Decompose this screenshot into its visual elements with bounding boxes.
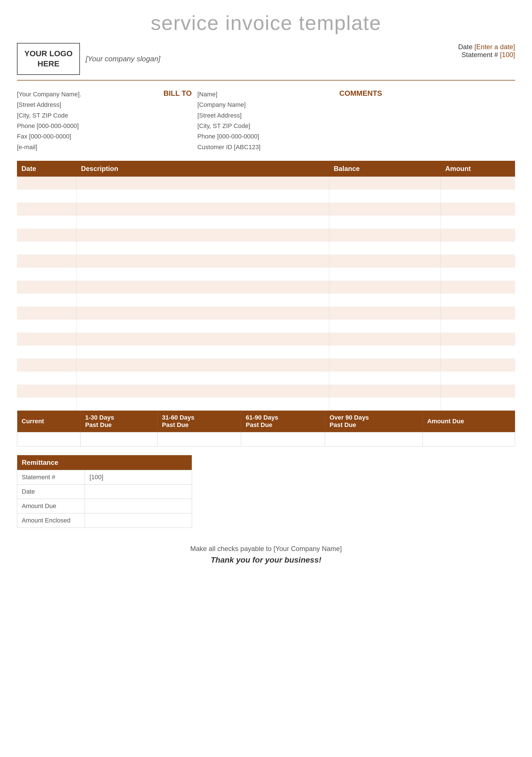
summary-table: Current 1-30 DaysPast Due 31-60 DaysPast… (17, 410, 515, 446)
table-cell (17, 216, 76, 228)
table-row (17, 372, 515, 384)
table-cell (441, 359, 515, 372)
remittance-amount-enclosed-row: Amount Enclosed (17, 513, 192, 528)
summary-amount-due-value (422, 432, 515, 446)
table-cell (17, 319, 76, 333)
summary-61-90-value (241, 432, 325, 446)
company-name: [Your Company Name]. (17, 89, 163, 100)
table-row (17, 293, 515, 307)
table-cell (76, 346, 329, 359)
bill-to-address: [Street Address] (197, 110, 261, 121)
date-value: [Enter a date] (474, 43, 515, 50)
table-cell (441, 242, 515, 255)
company-fax: Fax [000-000-0000] (17, 131, 163, 141)
remittance-section: Remittance Statement # [100] Date Amount… (17, 455, 192, 528)
table-row (17, 281, 515, 293)
table-cell (17, 372, 76, 384)
statement-label: Statement # (462, 51, 498, 58)
table-row (17, 346, 515, 359)
table-cell (441, 372, 515, 384)
table-row (17, 333, 515, 346)
table-cell (17, 346, 76, 359)
remittance-statement-label: Statement # (17, 470, 85, 485)
table-cell (76, 202, 329, 216)
table-cell (17, 242, 76, 255)
table-row (17, 190, 515, 202)
table-row (17, 242, 515, 255)
table-cell (329, 346, 441, 359)
company-phone: Phone [000-000-0000] (17, 121, 163, 131)
bill-to-customer-id: Customer ID [ABC123] (197, 142, 261, 152)
statement-row: Statement # [100] (458, 51, 515, 59)
page-title: service invoice template (17, 11, 515, 35)
summary-col-current: Current (17, 410, 80, 432)
table-cell (329, 177, 441, 190)
bill-to-city: [City, ST ZIP Code] (197, 121, 261, 131)
table-cell (76, 281, 329, 293)
table-cell (76, 293, 329, 307)
table-cell (329, 359, 441, 372)
bill-to-company: [Company Name] (197, 100, 261, 110)
table-row (17, 268, 515, 281)
table-row (17, 216, 515, 228)
thank-you-text: Thank you for your business! (17, 556, 515, 564)
company-slogan: [Your company slogan] (86, 54, 160, 63)
invoice-table: Date Description Balance Amount (17, 161, 515, 410)
table-cell (329, 242, 441, 255)
summary-col-amount-due: Amount Due (422, 410, 515, 432)
statement-value: [100] (500, 51, 515, 58)
table-row (17, 177, 515, 190)
header-section: YOUR LOGO HERE [Your company slogan] Dat… (17, 43, 515, 80)
bill-to-info: [Name] [Company Name] [Street Address] [… (197, 89, 261, 152)
table-cell (329, 398, 441, 410)
table-cell (17, 202, 76, 216)
bill-to-name: [Name] (197, 89, 261, 100)
company-email: [e-mail] (17, 142, 163, 152)
table-cell (441, 333, 515, 346)
summary-col-31-60: 31-60 DaysPast Due (157, 410, 241, 432)
remittance-amount-enclosed-value (85, 513, 192, 528)
date-row: Date [Enter a date] (458, 43, 515, 51)
table-row (17, 202, 515, 216)
table-cell (17, 333, 76, 346)
table-cell (329, 216, 441, 228)
table-cell (329, 384, 441, 398)
table-cell (329, 281, 441, 293)
table-cell (17, 228, 76, 242)
summary-col-1-30: 1-30 DaysPast Due (80, 410, 157, 432)
table-cell (329, 202, 441, 216)
table-cell (441, 307, 515, 319)
remittance-table: Remittance Statement # [100] Date Amount… (17, 455, 192, 528)
footer-section: Make all checks payable to [Your Company… (17, 545, 515, 564)
summary-current-value (17, 432, 80, 446)
table-cell (441, 281, 515, 293)
col-header-balance: Balance (329, 161, 441, 177)
col-header-amount: Amount (441, 161, 515, 177)
table-cell (329, 255, 441, 268)
table-cell (76, 307, 329, 319)
table-cell (441, 228, 515, 242)
bill-to-phone: Phone [000-000-0000] (197, 131, 261, 141)
bill-to-label: BILL TO (163, 89, 192, 152)
remittance-amount-enclosed-label: Amount Enclosed (17, 513, 85, 528)
remittance-statement-value: [100] (85, 470, 192, 485)
table-cell (76, 242, 329, 255)
table-cell (441, 293, 515, 307)
info-section: [Your Company Name]. [Street Address] [C… (17, 89, 515, 152)
bill-to-section: BILL TO [Name] [Company Name] [Street Ad… (163, 89, 339, 152)
table-row (17, 319, 515, 333)
table-row (17, 398, 515, 410)
table-cell (17, 268, 76, 281)
table-cell (76, 255, 329, 268)
date-label: Date (458, 43, 473, 50)
table-cell (329, 190, 441, 202)
table-cell (329, 372, 441, 384)
table-cell (17, 190, 76, 202)
table-row (17, 384, 515, 398)
summary-header-row: Current 1-30 DaysPast Due 31-60 DaysPast… (17, 410, 515, 432)
table-cell (76, 384, 329, 398)
table-cell (441, 190, 515, 202)
company-city: [City, ST ZIP Code (17, 110, 163, 121)
comments-label: COMMENTS (339, 89, 515, 98)
table-cell (17, 281, 76, 293)
